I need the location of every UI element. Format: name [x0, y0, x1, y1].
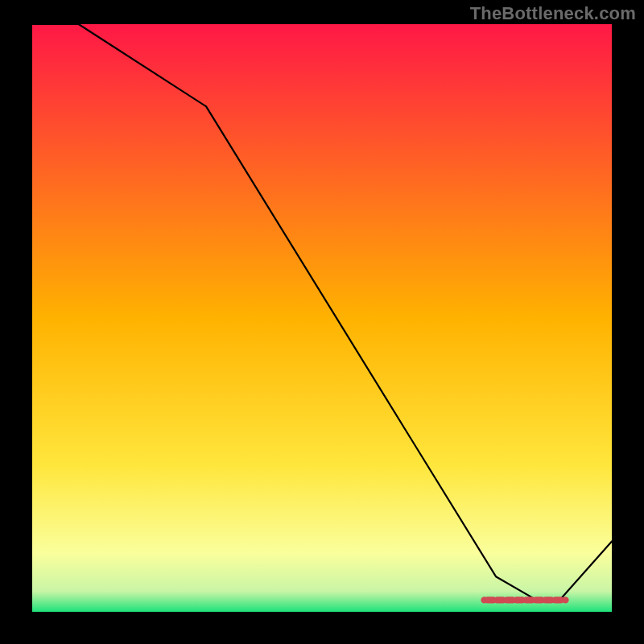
- plot-background: [32, 24, 612, 612]
- bottleneck-chart: [0, 0, 644, 644]
- watermark-text: TheBottleneck.com: [470, 3, 636, 24]
- optimal-range-marker: [481, 597, 568, 603]
- chart-root: TheBottleneck.com: [0, 0, 644, 644]
